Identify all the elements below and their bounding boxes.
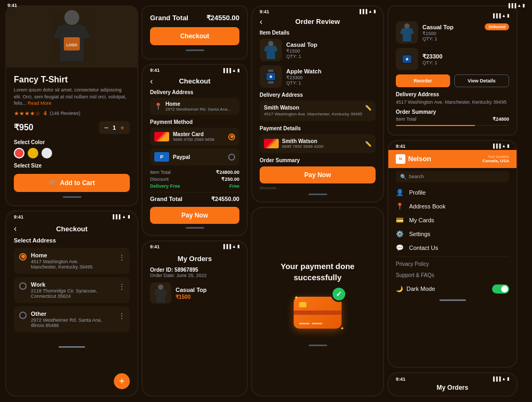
rating-value: 4 (44, 111, 47, 116)
support-faqs-item[interactable]: Support & FAQs (388, 270, 517, 281)
grand-total-amount: ₹24550.00 (206, 14, 239, 22)
payment-scroll-bar (186, 227, 204, 229)
radio-selected (19, 253, 27, 261)
nelson-logo-icon: N (396, 154, 405, 164)
pay-now-button-2[interactable]: Pay Now (260, 166, 376, 183)
address-book-icon: 📍 (396, 203, 404, 210)
discount-row-preview: Discount ... (260, 186, 376, 190)
delivery-address-card: 📍 Home 2972 Westheimer Rd. Santa Ana... (150, 98, 239, 115)
color-red[interactable] (14, 148, 24, 158)
mastercard-icon (154, 132, 169, 141)
my-orders-bottom-phone: 9:41 ▐▐▐▲▮ My Orders (387, 372, 518, 397)
nelson-search-bar[interactable]: 🔍 Search (396, 171, 509, 182)
check-circle-icon: ✓ (331, 286, 347, 302)
contact-us-menu-item[interactable]: 💬 Contact Us (388, 241, 517, 255)
color-yellow[interactable] (28, 148, 38, 158)
scroll-bar (186, 49, 204, 51)
address-work[interactable]: Work 2118 Thornridge Cir. Syracuse,Conne… (14, 277, 130, 303)
payment-back-icon[interactable]: ‹ (150, 77, 153, 86)
delivery-customer-addr: 4517 Washington Ave. Manchester, Kentuck… (264, 112, 362, 117)
select-color-label: Select Color (14, 139, 130, 145)
discount-val: ₹250.00 (221, 177, 239, 182)
time: 9:41 (14, 214, 23, 220)
item1-price: ₹1500 (286, 48, 317, 54)
svg-text:LOGO: LOGO (66, 43, 78, 47)
paypal-icon: P (154, 152, 169, 162)
settings-menu-item[interactable]: ⚙️ Settings (388, 227, 517, 241)
radio-unselected-work (19, 282, 27, 290)
order-summary-section: Order Summary (260, 157, 376, 163)
edit-payment-icon[interactable]: ✏️ (365, 141, 371, 147)
address-book-menu-item[interactable]: 📍 Address Book (388, 199, 517, 213)
detail-item-thumb (396, 21, 418, 44)
item1-qty: QTY: 1 (286, 54, 317, 59)
detail-summary-title: Order Summary (396, 109, 509, 115)
privacy-policy-item[interactable]: Privacy Policy (388, 258, 517, 270)
dark-mode-row[interactable]: 🌙 Dark Mode (388, 282, 517, 296)
delivery-section-title: Delivery Address (150, 89, 239, 95)
battery-icon: ▮ (128, 214, 130, 219)
my-cards-menu-item[interactable]: 💳 My Cards (388, 213, 517, 227)
payment-customer: Smith Watson (282, 138, 323, 144)
payment-card-icon (264, 139, 279, 148)
bottom-orders-title: My Orders (396, 384, 509, 391)
p-wifi-icon: ▲ (232, 68, 236, 73)
address-home[interactable]: Home 4517 Washington Ave.Manchester, Ken… (14, 248, 130, 274)
detail-item-price: ₹1500 (422, 31, 509, 36)
review-item-1: Casual Top ₹1500 QTY: 1 (260, 39, 376, 61)
color-swatches (14, 148, 130, 158)
success-scroll-bar (309, 345, 327, 346)
delivery-addr: 2972 Westheimer Rd. Santa Ana... (165, 107, 231, 112)
payment-nav: ‹ Checkout (150, 76, 239, 89)
payment-paypal[interactable]: P Paypal (150, 148, 239, 165)
order-detail-panel: ▐▐▐▲▮ Casual Top Delivered ₹1500 (387, 5, 518, 136)
edit-delivery-icon[interactable]: ✏️ (365, 105, 371, 117)
bottom-bar (59, 346, 85, 348)
detail-summary-val: ₹24800 (493, 116, 509, 122)
more-icon-other[interactable]: ⋮ (118, 312, 126, 320)
pay-now-button[interactable]: Pay Now (150, 207, 239, 224)
grand-total-label2: Grand Total (150, 196, 182, 203)
success-illustration: ✓ ✦ ✦ (291, 291, 344, 334)
decrement-btn[interactable]: − (104, 123, 109, 132)
review-count: (146 Reviews) (50, 111, 81, 116)
p-battery-icon: ▮ (237, 68, 239, 73)
add-to-cart-button[interactable]: 🛒 Add to Cart (14, 174, 130, 192)
grand-total-label: Grand Total (150, 14, 188, 22)
add-address-fab[interactable]: + (114, 373, 130, 389)
checkout-button[interactable]: Checkout (150, 27, 239, 45)
nelson-logo-text: Nelson (408, 155, 431, 163)
my-orders-phone: 9:41 ▐▐▐ ▲ ▮ My Orders Order ID: 5896789… (142, 240, 248, 397)
screen-title: Checkout (56, 225, 87, 233)
nelson-header-bar: N Nelson Your location Canada, USA (388, 150, 517, 168)
location-value: Canada, USA (483, 158, 509, 163)
reorder-button[interactable]: Reorder (396, 74, 450, 87)
dark-mode-toggle[interactable] (492, 284, 509, 294)
mastercard-name: Master Card (173, 131, 214, 137)
my-cards-icon: 💳 (396, 216, 404, 224)
review-back-icon[interactable]: ‹ (260, 17, 262, 27)
profile-icon: 👤 (396, 189, 404, 196)
quantity-stepper[interactable]: − 1 + (99, 121, 130, 134)
payment-mastercard[interactable]: Master Card 5689 4700 2589 9658 (150, 128, 239, 146)
color-white[interactable] (41, 148, 52, 158)
svg-rect-5 (268, 70, 273, 72)
review-item-2: ⌚ Apple Watch ₹23300 QTY: 1 (260, 65, 376, 88)
grand-total-val2: ₹24550.00 (211, 196, 239, 203)
view-details-button[interactable]: View Details (454, 74, 510, 87)
more-icon-work[interactable]: ⋮ (118, 282, 126, 291)
back-arrow-icon[interactable]: ‹ (14, 224, 16, 233)
payment-details-section: Payment Details (260, 125, 376, 131)
more-icon-home[interactable]: ⋮ (118, 253, 126, 262)
p-signal-icon: ▐▐▐ (222, 68, 231, 73)
svg-point-0 (64, 10, 79, 25)
address-type-home: Home (31, 252, 93, 258)
address-other[interactable]: Other 2972 Westheimer Rd. Santa Ana,Illi… (14, 306, 130, 332)
detail-qty2: QTY: 1 (422, 60, 443, 65)
search-placeholder: Search (409, 174, 424, 179)
profile-menu-item[interactable]: 👤 Profile (388, 186, 517, 199)
nelson-time: 9:41 (396, 144, 405, 149)
increment-btn[interactable]: + (120, 123, 124, 132)
my-orders-title: My Orders (150, 253, 239, 267)
read-more-link[interactable]: Read More (28, 100, 52, 106)
